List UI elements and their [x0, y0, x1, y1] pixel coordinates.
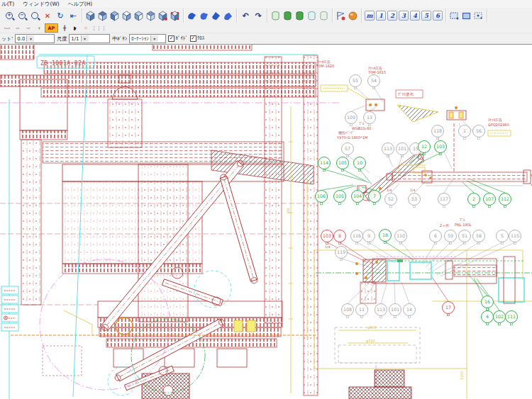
balloon-111: 111 — [506, 311, 518, 325]
zoom-in-icon[interactable]: + — [4, 10, 15, 21]
zoom-extents-icon[interactable] — [29, 10, 40, 21]
fence-icon[interactable]: ╫ — [60, 24, 69, 32]
segment-icon[interactable]: ·–· — [23, 24, 33, 32]
annotation-text: 2ヵ所 — [440, 223, 449, 227]
view-preset-button-3[interactable]: 3 — [399, 11, 409, 21]
layer-cylinder-icon[interactable] — [270, 11, 281, 21]
view-cube-icon[interactable] — [121, 11, 132, 21]
layer-tag-boxes — [1, 286, 18, 331]
view-cube-icon[interactable] — [109, 11, 120, 21]
layer-cylinder-icon[interactable] — [318, 11, 329, 21]
view-preset-button-5[interactable]: 5 — [421, 11, 431, 21]
balloon-107: 107 — [484, 193, 496, 208]
svg-text:113: 113 — [377, 307, 385, 312]
annotation-text: ｸﾞﾘｽ塗布 — [398, 92, 414, 96]
svg-text:53: 53 — [411, 196, 417, 201]
svg-text:14: 14 — [406, 307, 412, 312]
linkage-arm — [219, 174, 258, 284]
undo-icon[interactable]: ↶ — [240, 10, 251, 21]
view-cube-points-icon[interactable] — [170, 11, 180, 21]
rotate-view-icon[interactable]: ↻ — [55, 10, 66, 21]
scale-label: 尺度 — [57, 35, 67, 43]
dot-matrix-icon[interactable]: ⋮⋮⋮ — [92, 24, 106, 32]
select-window-icon[interactable] — [449, 11, 460, 21]
redo-icon[interactable]: ↷ — [253, 10, 264, 21]
balloon-18: 18 — [379, 230, 392, 244]
layer-cylinder-icon[interactable] — [282, 11, 293, 21]
zoom-out-icon[interactable]: − — [16, 10, 28, 21]
svg-text:115: 115 — [511, 233, 519, 238]
svg-text:52: 52 — [388, 196, 394, 201]
drawing-canvas[interactable]: ZB 1001A-02A — [0, 0, 532, 399]
solid-display-group — [184, 9, 237, 23]
view-cube-icon[interactable] — [97, 11, 108, 21]
render-flag-icon[interactable] — [336, 11, 346, 21]
balloon-17: 17 — [443, 302, 455, 316]
annotation-text: φ800 — [367, 325, 377, 330]
svg-text:17: 17 — [445, 305, 451, 310]
cross-checkbox[interactable]: ✓ｸﾛｽ — [190, 35, 205, 42]
menu-item-tools[interactable]: ル(T) — [1, 1, 14, 8]
balloon-4: 4 — [482, 311, 494, 325]
svg-text:103: 103 — [436, 144, 445, 149]
point-arrow-icon[interactable]: ◗· — [70, 24, 79, 32]
svg-text:9: 9 — [367, 233, 370, 238]
solid-shaded-icon[interactable] — [211, 11, 221, 21]
balloon-52: 52 — [385, 193, 397, 208]
zoom-cancel-icon[interactable]: ✕ — [42, 10, 53, 21]
endpoint-line-icon[interactable]: ·—· — [2, 24, 11, 32]
svg-text:10: 10 — [357, 160, 362, 165]
svg-text:16: 16 — [484, 299, 490, 304]
grid-dots-icon[interactable]: ⁘ — [81, 24, 90, 32]
svg-text:113: 113 — [384, 146, 392, 151]
view-cube-icon[interactable] — [85, 11, 96, 21]
svg-text:57: 57 — [345, 146, 350, 151]
view-cube-red-icon[interactable] — [157, 11, 168, 21]
svg-text:8: 8 — [338, 233, 341, 238]
solid-shaded-icon[interactable] — [223, 11, 233, 21]
view-back-icon[interactable]: ⇤ — [67, 10, 79, 21]
render-group — [333, 9, 362, 23]
view-cube-icon[interactable] — [145, 11, 156, 21]
balloon-53: 53 — [409, 193, 421, 208]
svg-text:7: 7 — [373, 193, 376, 198]
svg-text:4: 4 — [486, 314, 489, 319]
menu-item-window[interactable]: ウィンドウ(W) — [23, 1, 60, 8]
view-preset-button-1[interactable]: 1 — [376, 11, 386, 21]
svg-text:55: 55 — [353, 78, 358, 83]
layer-cylinder-icon[interactable] — [294, 11, 305, 21]
material-ball-icon[interactable] — [348, 11, 358, 21]
menu-item-help[interactable]: ヘルプ(H) — [68, 1, 93, 8]
view-preset-button-m[interactable]: m — [365, 11, 375, 21]
balloon-9: 9 — [363, 230, 375, 245]
chevron-down-icon[interactable]: ▾ — [26, 35, 34, 42]
chevron-down-icon[interactable]: ▾ — [150, 35, 158, 42]
solid-shaded-icon[interactable] — [187, 11, 197, 21]
balloon-101: 101 — [389, 304, 401, 318]
svg-text:106: 106 — [317, 193, 326, 198]
dashed-line-icon[interactable]: -·- — [13, 24, 22, 32]
grid-pitch-combo[interactable]: 0.0▾ — [15, 34, 55, 43]
view-cube-icon[interactable] — [133, 11, 144, 21]
balloon-101: 101 — [397, 143, 409, 157]
view-preset-button-6[interactable]: 6 — [433, 11, 443, 21]
middle-button-combo[interactable]: ﾛｰﾃｰｼｮﾝ▾ — [129, 34, 166, 43]
balloon-10: 10 — [354, 157, 366, 172]
view-preset-button-2[interactable]: 2 — [387, 11, 397, 21]
select-rect-icon[interactable] — [461, 11, 472, 21]
view-preset-button-4[interactable]: 4 — [410, 11, 420, 21]
scale-combo[interactable]: 1/1▾ — [69, 34, 110, 43]
balloon-54: 54 — [368, 75, 380, 89]
chevron-down-icon[interactable]: ▾ — [81, 35, 89, 42]
select-points-icon[interactable] — [473, 11, 484, 21]
left-elevation-drawing — [0, 42, 318, 399]
svg-text:101: 101 — [398, 146, 406, 151]
balloon-13: 13 — [364, 112, 376, 126]
guide-checkbox[interactable]: ✓ｶﾞｲﾄﾞ — [168, 35, 188, 42]
solid-shaded-icon[interactable] — [199, 11, 209, 21]
plus-icon[interactable]: ＋ — [34, 24, 43, 32]
layer-cylinder-icon[interactable] — [306, 11, 317, 21]
annotation-text: 350 — [287, 208, 290, 214]
svg-text:116: 116 — [353, 233, 361, 238]
ap-toggle[interactable]: AP — [45, 23, 58, 33]
